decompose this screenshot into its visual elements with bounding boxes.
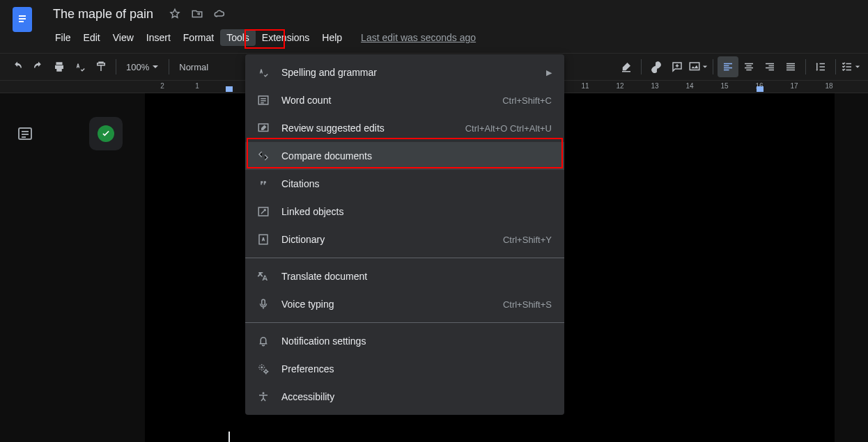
titlebar: The maple of pain File Edit View Insert …	[0, 0, 868, 53]
indent-marker[interactable]	[226, 86, 233, 92]
add-comment-button[interactable]	[667, 56, 688, 77]
tools-menu-item-compare-documents[interactable]: Compare documents	[245, 142, 564, 170]
tools-menu-item-spelling-and-grammar[interactable]: Spelling and grammar▶	[245, 58, 564, 86]
right-indent-marker[interactable]	[757, 86, 764, 92]
paint-format-button[interactable]	[91, 56, 111, 77]
review-icon	[256, 121, 270, 135]
highlight-color-button[interactable]	[616, 56, 637, 77]
menubar: File Edit View Insert Format Tools Exten…	[49, 26, 476, 49]
menu-item-label: Spelling and grammar	[281, 67, 535, 78]
align-left-button[interactable]	[718, 56, 738, 77]
menu-insert[interactable]: Insert	[140, 29, 177, 46]
menu-item-label: Voice typing	[281, 299, 492, 310]
menu-separator	[245, 322, 564, 323]
move-icon[interactable]	[191, 8, 203, 20]
menu-item-label: Review suggested edits	[281, 123, 454, 134]
star-icon[interactable]	[169, 8, 181, 20]
menu-item-label: Preferences	[281, 363, 552, 374]
ruler-tick: 14	[685, 82, 693, 90]
chevron-down-icon	[152, 63, 159, 70]
print-button[interactable]	[49, 56, 70, 77]
menu-item-label: Compare documents	[281, 150, 552, 161]
prefs-icon	[256, 362, 270, 376]
spellcheck-button[interactable]	[70, 56, 91, 77]
menu-extensions[interactable]: Extensions	[256, 29, 316, 46]
menu-separator	[245, 258, 564, 258]
document-title[interactable]: The maple of pain	[49, 6, 157, 22]
svg-rect-2	[19, 21, 24, 22]
tools-menu-item-word-count[interactable]: Word countCtrl+Shift+C	[245, 86, 564, 114]
svg-point-10	[261, 366, 263, 368]
checklist-button[interactable]	[840, 56, 861, 77]
voice-icon	[256, 297, 270, 311]
menu-file[interactable]: File	[49, 29, 77, 46]
menu-format[interactable]: Format	[177, 29, 220, 46]
docs-logo[interactable]	[13, 7, 32, 32]
svg-rect-1	[19, 18, 26, 19]
align-right-button[interactable]	[759, 56, 780, 77]
menu-view[interactable]: View	[107, 29, 140, 46]
menu-tools[interactable]: Tools	[220, 29, 256, 46]
tools-dropdown: Spelling and grammar▶Word countCtrl+Shif…	[245, 54, 564, 415]
tools-menu-item-citations[interactable]: Citations	[245, 170, 564, 198]
menu-item-label: Translate document	[281, 271, 552, 282]
ruler-tick: 1	[195, 82, 199, 90]
check-icon	[98, 125, 114, 142]
menu-item-label: Linked objects	[281, 206, 552, 217]
tools-menu-item-preferences[interactable]: Preferences	[245, 355, 564, 383]
cloud-status-icon[interactable]	[213, 8, 226, 20]
insert-link-button[interactable]	[646, 56, 667, 77]
dictionary-icon	[256, 232, 270, 246]
zoom-select[interactable]: 100%	[121, 62, 164, 72]
menu-item-shortcut: Ctrl+Shift+Y	[503, 235, 552, 245]
tools-menu-item-translate-document[interactable]: Translate document	[245, 262, 564, 290]
tools-menu-item-review-suggested-edits[interactable]: Review suggested editsCtrl+Alt+O Ctrl+Al…	[245, 114, 564, 142]
svg-point-12	[263, 392, 265, 394]
ruler-tick: 18	[825, 82, 832, 90]
menu-item-label: Accessibility	[281, 391, 552, 402]
tools-menu-item-linked-objects[interactable]: Linked objects	[245, 198, 564, 226]
menu-help[interactable]: Help	[316, 29, 348, 46]
svg-rect-9	[262, 299, 265, 305]
accessibility-icon	[256, 390, 270, 404]
linked-icon	[256, 205, 270, 219]
submenu-arrow-icon: ▶	[546, 68, 552, 77]
menu-item-shortcut: Ctrl+Alt+O Ctrl+Alt+U	[465, 123, 552, 134]
ruler-tick: 11	[581, 82, 589, 90]
title-area: The maple of pain File Edit View Insert …	[49, 4, 476, 49]
bell-icon	[256, 334, 270, 348]
zoom-value: 100%	[126, 62, 149, 72]
ruler-tick: 17	[790, 82, 798, 90]
menu-item-shortcut: Ctrl+Shift+C	[502, 95, 552, 106]
line-spacing-button[interactable]	[810, 56, 831, 77]
undo-button[interactable]	[7, 56, 28, 77]
menu-item-label: Citations	[281, 178, 552, 189]
last-edit-link[interactable]: Last edit was seconds ago	[361, 32, 476, 43]
align-center-button[interactable]	[738, 56, 759, 77]
text-cursor	[228, 432, 230, 442]
menu-item-label: Notification settings	[281, 336, 552, 347]
tools-menu-item-voice-typing[interactable]: Voice typingCtrl+Shift+S	[245, 290, 564, 318]
paragraph-style-select[interactable]: Normal	[173, 62, 214, 72]
menu-item-shortcut: Ctrl+Shift+S	[503, 299, 552, 310]
redo-button[interactable]	[28, 56, 49, 77]
ruler-tick: 13	[651, 82, 658, 90]
spellcheck-icon	[256, 65, 270, 79]
insert-image-button[interactable]	[688, 56, 708, 77]
menu-edit[interactable]: Edit	[77, 29, 107, 46]
word-count-icon	[256, 93, 270, 107]
svg-rect-0	[19, 15, 26, 17]
outline-toggle-button[interactable]	[17, 125, 36, 145]
align-justify-button[interactable]	[780, 56, 801, 77]
tools-menu-item-accessibility[interactable]: Accessibility	[245, 383, 564, 411]
status-badge[interactable]	[89, 117, 123, 150]
ruler-tick: 15	[720, 82, 728, 90]
tools-menu-item-notification-settings[interactable]: Notification settings	[245, 327, 564, 355]
tools-menu-item-dictionary[interactable]: DictionaryCtrl+Shift+Y	[245, 226, 564, 253]
svg-rect-3	[690, 63, 699, 70]
compare-icon	[256, 149, 270, 163]
ruler-tick: 2	[160, 82, 164, 90]
citations-icon	[256, 177, 270, 191]
menu-item-label: Word count	[281, 95, 491, 106]
svg-point-11	[265, 370, 268, 373]
